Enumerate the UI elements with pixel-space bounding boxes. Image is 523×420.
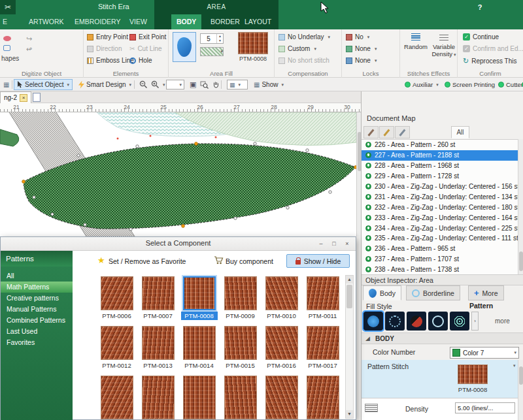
fill-style-spiral-tile[interactable] bbox=[450, 312, 469, 331]
pattern-cell[interactable]: PTM-0017 bbox=[302, 326, 343, 376]
confirm-and-edit-button[interactable]: ✓Confirm and Ed... bbox=[463, 45, 523, 52]
group-label-digitize[interactable]: Digitize Object bbox=[0, 70, 83, 77]
underlay-dropdown[interactable]: No Underlay▾ bbox=[278, 33, 330, 40]
exit-point-button[interactable]: Exit Point bbox=[129, 33, 166, 40]
pattern-cell[interactable] bbox=[137, 376, 178, 420]
list-item[interactable]: 226 - Area - Pattern - 260 st bbox=[362, 140, 518, 150]
cut-line-button[interactable]: ✂Cut Line bbox=[129, 45, 162, 52]
hole-button[interactable]: Hole bbox=[129, 57, 152, 64]
tab-file-partial[interactable]: E bbox=[0, 14, 10, 29]
ellipse-shape-icon[interactable] bbox=[3, 36, 11, 41]
reprocess-button[interactable]: ↻Reprocess This bbox=[463, 57, 517, 65]
sidebar-item-combined-patterns[interactable]: Combined Patterns bbox=[1, 315, 73, 326]
list-item[interactable]: 233 - Area - Zig-Zag - Underlay: Centere… bbox=[362, 212, 518, 223]
density-value-input[interactable]: 5.00 (lines/... bbox=[455, 402, 515, 413]
pattern-cell[interactable] bbox=[261, 376, 302, 420]
document-map-tab-knife[interactable] bbox=[395, 126, 410, 138]
help-button[interactable]: ? bbox=[475, 2, 485, 12]
pattern-cell[interactable] bbox=[96, 376, 137, 420]
document-map-tab-all[interactable]: All bbox=[451, 126, 469, 138]
pattern-stitch-dropdown-icon[interactable]: ▾ bbox=[513, 363, 516, 368]
list-item[interactable]: 235 - Area - Zig-Zag - Underlay: Centere… bbox=[362, 233, 518, 244]
close-tab-icon[interactable]: × bbox=[20, 94, 27, 102]
smart-design-button[interactable]: Smart Design▾ bbox=[76, 79, 134, 90]
sidebar-item-manual-patterns[interactable]: Manual Patterns bbox=[1, 304, 73, 315]
pattern-cell[interactable] bbox=[220, 376, 261, 420]
pattern-grid-scrollbar[interactable]: ▲ ▼ bbox=[345, 275, 354, 419]
extra-toggle[interactable] bbox=[519, 79, 523, 90]
dialog-titlebar[interactable]: Select a Component – □ × bbox=[1, 237, 356, 251]
tab-embroidery[interactable]: EMBROIDERY bbox=[69, 14, 126, 29]
select-object-button[interactable]: Select Object▾ bbox=[14, 79, 73, 90]
lock3-dropdown[interactable]: None▾ bbox=[346, 57, 377, 64]
pattern-cell[interactable]: PTM-0014 bbox=[178, 326, 220, 376]
rect-shape-icon[interactable] bbox=[3, 45, 10, 51]
line-tool-icon[interactable]: ↫ bbox=[26, 45, 32, 54]
document-tab[interactable]: ng-2× bbox=[0, 91, 31, 103]
inspector-tab-body[interactable]: Body bbox=[363, 285, 401, 300]
app-logo-icon[interactable]: ✂ bbox=[0, 0, 16, 14]
pattern-cell[interactable]: PTM-0012 bbox=[96, 326, 137, 376]
lock2-dropdown[interactable]: None▾ bbox=[346, 45, 377, 52]
lock1-dropdown[interactable]: No▾ bbox=[346, 33, 369, 40]
variable-density-button[interactable]: Variable Density▾ bbox=[430, 33, 458, 57]
pattern-fill-type-button[interactable] bbox=[173, 32, 196, 62]
body-section-bar[interactable]: ◢ BODY bbox=[362, 332, 523, 344]
new-document-icon[interactable] bbox=[33, 93, 41, 102]
inspector-tab-borderline[interactable]: Borderline bbox=[406, 285, 460, 300]
auxiliar-toggle[interactable]: Auxiliar▾ bbox=[402, 79, 441, 90]
sidebar-item-creative-patterns[interactable]: Creative patterns bbox=[1, 293, 73, 304]
zoom-level-combo[interactable]: ▾ bbox=[163, 79, 187, 90]
buy-component-button[interactable]: Buy component bbox=[226, 257, 273, 265]
sidebar-item-favorites[interactable]: Favorites bbox=[1, 337, 73, 348]
pattern-cell[interactable]: PTM-0015 bbox=[220, 326, 261, 376]
sidebar-item-all[interactable]: All bbox=[1, 270, 73, 282]
document-map-tab-needle[interactable] bbox=[363, 126, 379, 138]
pattern-cell[interactable] bbox=[178, 376, 220, 420]
list-item[interactable]: 234 - Area - Zig-Zag - Underlay: Centere… bbox=[362, 223, 518, 233]
random-effect-button[interactable]: Random bbox=[403, 33, 429, 50]
list-item[interactable]: 232 - Area - Zig-Zag - Underlay: Centere… bbox=[362, 202, 518, 212]
list-item[interactable]: 228 - Area - Pattern - 1968 st bbox=[362, 161, 518, 171]
view-mode-combo[interactable]: ▦▾ bbox=[224, 79, 250, 90]
scroll-up-icon[interactable]: ▲ bbox=[346, 276, 353, 283]
short-stitch-dropdown[interactable]: No short stitch bbox=[278, 57, 329, 64]
fill-style-more-link[interactable]: more bbox=[495, 317, 510, 325]
continue-button[interactable]: ✓Continue bbox=[463, 33, 499, 40]
emboss-line-button[interactable]: Emboss Line bbox=[87, 57, 134, 64]
tab-artwork[interactable]: ARTWORK bbox=[24, 14, 69, 29]
inspector-tab-more[interactable]: +More bbox=[468, 285, 504, 300]
list-item[interactable]: 236 - Area - Pattern - 965 st bbox=[362, 244, 518, 254]
list-item[interactable]: 237 - Area - Pattern - 1707 st bbox=[362, 254, 518, 265]
pattern-cell[interactable]: PTM-0009 bbox=[220, 276, 261, 326]
fill-style-scroll-right-icon[interactable]: › bbox=[471, 312, 479, 331]
list-item[interactable]: 238 - Area - Pattern - 1738 st bbox=[362, 265, 518, 275]
fill-style-dotted-tile[interactable] bbox=[385, 312, 405, 331]
show-hide-button[interactable]: Show / Hide bbox=[286, 254, 350, 268]
scroll-down-icon[interactable]: ▼ bbox=[346, 410, 353, 418]
pattern-cell[interactable]: PTM-0016 bbox=[261, 326, 302, 376]
pattern-cell[interactable]: PTM-0013 bbox=[137, 326, 178, 376]
minimize-icon[interactable]: – bbox=[315, 239, 327, 249]
document-map-tab-pencil[interactable] bbox=[379, 126, 394, 138]
inspector-scrollbar[interactable] bbox=[518, 360, 523, 420]
ribbon-pattern-preview[interactable] bbox=[238, 32, 268, 54]
entry-point-button[interactable]: Entry Point bbox=[87, 33, 128, 40]
list-item[interactable]: 230 - Area - Zig-Zag - Underlay: Centere… bbox=[362, 182, 518, 192]
curve-tool-icon[interactable]: ↪ bbox=[26, 35, 32, 43]
list-item[interactable]: 229 - Area - Pattern - 1728 st bbox=[362, 171, 518, 182]
pattern-cell[interactable]: PTM-0010 bbox=[261, 276, 302, 326]
grid-toggle-icon[interactable]: ▦ bbox=[1, 79, 12, 90]
screen-printing-toggle[interactable]: Screen Printing▾ bbox=[442, 79, 503, 90]
show-dropdown[interactable]: ▦Show▾ bbox=[251, 79, 286, 90]
pattern-cell[interactable] bbox=[302, 376, 343, 420]
direction-button[interactable]: Direction bbox=[87, 45, 122, 52]
fill-style-outline-tile[interactable] bbox=[428, 312, 448, 331]
spinner-arrows-icon[interactable]: ▲▼ bbox=[216, 34, 223, 43]
pattern-cell-selected[interactable]: PTM-0008 bbox=[178, 276, 220, 326]
favorite-action-button[interactable]: Set / Remove as Favorite bbox=[109, 257, 186, 265]
pattern-cell[interactable]: PTM-0007 bbox=[137, 276, 178, 326]
sidebar-item-math-patterns[interactable]: Math Patterns bbox=[1, 282, 73, 293]
list-item[interactable]: 231 - Area - Zig-Zag - Underlay: Centere… bbox=[362, 191, 518, 202]
fill-style-pattern-tile[interactable] bbox=[363, 312, 383, 331]
